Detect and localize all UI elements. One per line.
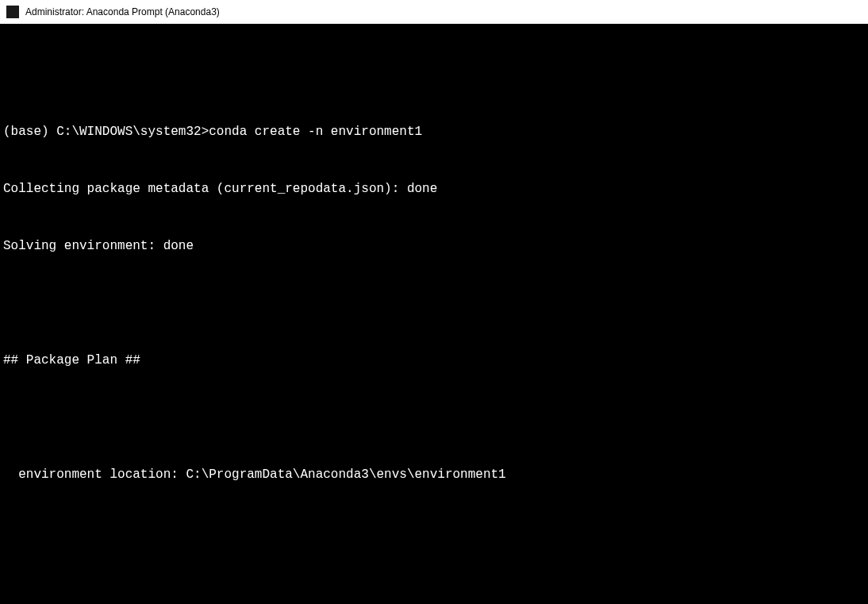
window-titlebar[interactable]: Administrator: Anaconda Prompt (Anaconda… xyxy=(0,0,868,24)
window-title: Administrator: Anaconda Prompt (Anaconda… xyxy=(25,6,220,17)
terminal-line: Solving environment: done xyxy=(3,237,865,256)
terminal-line: Collecting package metadata (current_rep… xyxy=(3,179,865,198)
terminal-icon xyxy=(6,6,19,18)
terminal-line: ## Package Plan ## xyxy=(3,351,865,370)
terminal-line: environment location: C:\ProgramData\Ana… xyxy=(3,465,865,484)
terminal-line xyxy=(3,579,865,598)
terminal-line xyxy=(3,65,865,84)
terminal-line xyxy=(3,294,865,313)
terminal-area[interactable]: (base) C:\WINDOWS\system32>conda create … xyxy=(0,24,868,604)
terminal-line xyxy=(3,522,865,541)
terminal-line: (base) C:\WINDOWS\system32>conda create … xyxy=(3,122,865,141)
terminal-line xyxy=(3,408,865,427)
